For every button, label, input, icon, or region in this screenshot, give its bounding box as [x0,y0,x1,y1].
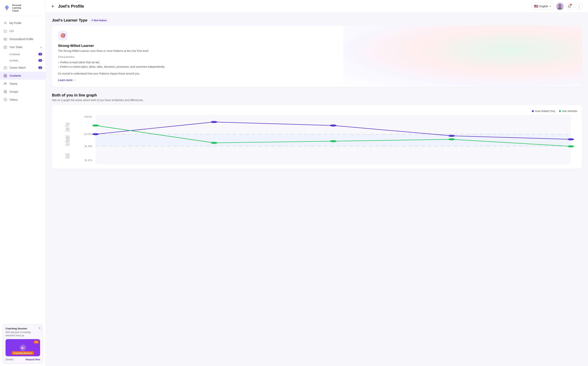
svg-rect-11 [4,92,5,93]
learner-type-title: Joel's Learner Type [52,18,87,23]
sidebar-item-label: Teams [9,82,17,85]
new-feature-label: ✦ New feature [91,19,107,22]
list-item: Prefers to control plans, ideas, talks, … [58,65,576,69]
svg-point-16 [559,4,561,7]
legend-item-joel: Joel Johnston [559,110,577,113]
characteristics-label: Characteristics [58,55,576,58]
characteristics-list: Prefers to lead rather than be led. Pref… [58,60,576,69]
sidebar-item-in-school[interactable]: In School 4 [9,51,46,57]
sidebar-item-label: Personalized Profile [9,38,33,41]
svg-text:35: 35 [84,115,92,118]
notifications-button[interactable] [566,3,573,10]
svg-rect-4 [4,67,7,69]
anas-point-3 [448,135,455,137]
language-selector[interactable]: 🇺🇸 English ▼ [532,3,554,10]
graph-svg: 35 25 18 10 User First As Needed Avoid [56,115,577,164]
page-content: Joel's Learner Type ✦ New feature 🎯 Stro… [46,13,588,366]
joel-legend-dot [559,110,561,112]
sidebar-item-label: Groups [9,90,18,93]
sidebar-item-label: Your Tasks [9,46,23,49]
learner-type-heading: Joel's Learner Type ✦ New feature [52,18,582,23]
back-button[interactable] [51,4,55,8]
sidebar-item-groups[interactable]: Groups [0,88,46,96]
coaching-video-thumbnail[interactable]: 1:1 ▶ Coaching Session [6,339,40,356]
crucial-text: It's crucial to understand how your Patt… [58,72,576,75]
sidebar-item-teams[interactable]: Teams [0,80,46,88]
svg-text:As Needed: As Needed [64,136,71,146]
sidebar-item-videos[interactable]: Videos [0,96,46,104]
flag-icon: 🇺🇸 [534,4,538,8]
sidebar-item-label: Contacts [9,74,21,77]
sidebar-item-contacts[interactable]: Contacts [0,72,46,80]
people-icon [3,82,7,86]
coaching-desc: 50% discount on training sessions! hurry… [6,331,40,337]
learner-icon: 🎯 [58,31,68,40]
tasks-icon [3,45,7,49]
anas-point-1 [211,121,217,123]
sidebar-item-personalized-profile[interactable]: Personalized Profile [0,35,46,43]
anas-legend-dot [532,110,534,112]
coaching-footer: Dismiss Request Now [6,358,40,361]
svg-point-2 [5,39,5,40]
sidebar-item-career-match[interactable]: Career Match 2 [0,64,46,72]
main-area: Joel's Profile 🇺🇸 English ▼ ⋮ Joe [46,0,588,366]
line-graph: 35 25 18 10 User First As Needed Avoid [56,115,577,164]
gem-icon [3,4,10,11]
app-logo: PersonalLearningCoach [0,0,46,16]
anas-point-4 [568,138,574,140]
header-actions: 🇺🇸 English ▼ ⋮ [532,3,583,10]
learn-more-link[interactable]: Learn more → [58,78,576,82]
joel-point-0 [92,124,99,127]
svg-point-6 [5,75,6,76]
avatar-wrapper [556,3,564,10]
learner-type-card: 🎯 Strong-Willed Learner The Strong-Wille… [52,26,582,87]
tasks-sub-menu: In School 4 At Work 6 [0,51,46,64]
sidebar-nav: My Profile LCI Personalized Profile Your… [0,16,46,322]
svg-text:10: 10 [84,159,92,161]
graph-title: Both of you in line graph [52,93,582,97]
learner-type-description: The Strong-Willed Learner uses three or … [58,49,576,53]
svg-point-7 [4,83,5,84]
play-button[interactable]: ▶ [20,345,26,351]
sidebar-item-your-tasks[interactable]: Your Tasks ▲ [0,43,46,51]
id-card-icon [3,37,7,41]
close-icon[interactable]: ✕ [38,326,41,330]
sidebar: PersonalLearningCoach My Profile LCI Per… [0,0,46,366]
list-item: Prefers to lead rather than be led. [58,60,576,65]
folder-icon [3,29,7,33]
sidebar-item-at-work[interactable]: At Work 6 [9,57,46,64]
svg-point-0 [5,22,6,23]
more-options-button[interactable]: ⋮ [575,3,583,10]
svg-text:User First: User First [64,123,71,132]
play-icon [3,98,7,102]
svg-text:18: 18 [84,145,92,147]
graph-legend: Anas Rafaat (You) Joel Johnston [56,110,577,113]
at-work-badge: 6 [38,59,42,62]
person-icon [3,21,7,25]
svg-rect-12 [6,92,7,93]
coaching-video-label: Coaching Session [12,351,34,355]
chevron-up-icon: ▲ [40,46,42,48]
sidebar-item-my-profile[interactable]: My Profile [0,19,46,27]
joel-point-4 [568,145,574,147]
graph-description: See on a graph the areas where both of y… [52,99,582,102]
chevron-down-icon: ▼ [549,5,552,8]
grid-icon [3,90,7,94]
dismiss-button[interactable]: Dismiss [6,358,14,361]
sidebar-item-lci[interactable]: LCI [0,27,46,35]
request-now-button[interactable]: Request Now [26,358,40,361]
svg-text:Avoid: Avoid [64,153,71,159]
joel-legend-label: Joel Johnston [562,110,577,113]
in-school-label: In School [9,53,20,56]
graph-card: Anas Rafaat (You) Joel Johnston [52,105,582,169]
joel-point-3 [448,138,455,140]
svg-marker-14 [5,99,6,100]
anas-point-0 [92,133,99,135]
sidebar-item-label: Videos [9,98,18,101]
learner-type-name: Strong-Willed Learner [58,44,576,48]
contacts-icon [3,74,7,78]
anas-point-2 [330,124,336,127]
sidebar-item-label: Career Match [9,66,26,69]
learn-more-label: Learn more → [58,78,76,82]
at-work-label: At Work [9,59,18,62]
